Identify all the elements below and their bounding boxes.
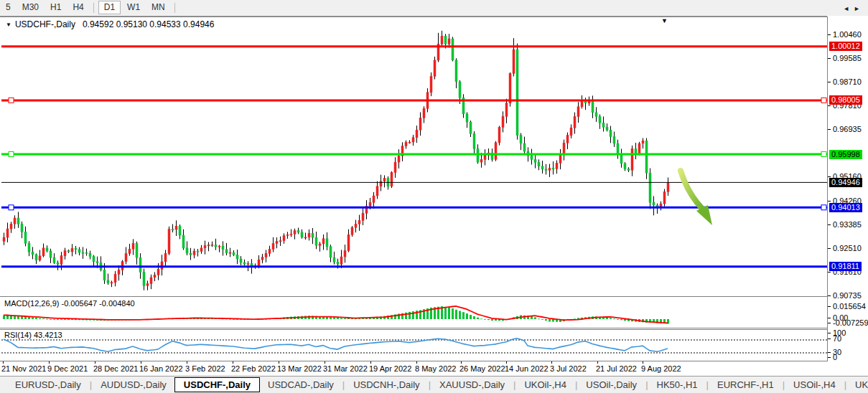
tab-usoil-h4[interactable]: USOil-,H4	[785, 378, 844, 392]
rsi-axis-label: 0	[833, 353, 837, 361]
tab-ukoil-h4[interactable]: UKOil-,H4	[516, 378, 574, 392]
tab-usoil-daily[interactable]: USOil-,Daily	[578, 378, 645, 392]
tab-hk50-h1[interactable]: HK50-,H1	[649, 378, 706, 392]
timeframe-button-h1[interactable]: H1	[45, 0, 66, 15]
price-axis-tick	[828, 295, 831, 296]
price-level-badge: 0.98005	[829, 95, 862, 105]
date-label: 8 May 2022	[415, 364, 456, 373]
rsi-label: RSI(14) 43.4213	[4, 331, 62, 339]
tab-audusd-daily[interactable]: AUDUSD-,Daily	[93, 378, 174, 392]
date-label: 19 Apr 2022	[369, 364, 411, 373]
date-label: 21 Nov 2021	[1, 364, 46, 373]
price-axis-tick	[828, 272, 831, 273]
date-tick	[49, 361, 50, 364]
tab-usdchf-daily[interactable]: USDCHF-,Daily	[174, 377, 260, 392]
timeframe-toolbar: 5M30H1H4D1W1MN	[0, 0, 868, 16]
date-tick	[95, 361, 95, 364]
chart-ohlc-values: 0.94592 0.95130 0.94533 0.94946	[83, 19, 215, 29]
price-axis-label: 0.96935	[833, 125, 862, 133]
timeframe-button-d1[interactable]: D1	[98, 1, 121, 14]
price-axis-tick	[828, 34, 831, 35]
date-tick	[597, 361, 598, 364]
toolbar-separator	[93, 3, 94, 13]
price-level-badge: 0.95998	[829, 150, 862, 159]
timeframe-button-m30[interactable]: M30	[17, 0, 44, 15]
date-label: 31 Mar 2022	[323, 364, 368, 373]
panel-separator	[0, 296, 868, 297]
macd-axis-tick	[828, 306, 831, 307]
mt4-application: { "toolbar": { "timeframes": ["5","M30",…	[0, 0, 868, 393]
price-axis-label: 0.93385	[833, 220, 862, 229]
rsi-axis-tick	[828, 357, 831, 358]
rsi-axis-label: 70	[833, 334, 841, 343]
tab-usdcad-daily[interactable]: USDCAD-,Daily	[260, 378, 342, 392]
date-tick	[279, 361, 279, 364]
price-axis-label: 0.98710	[833, 77, 862, 86]
price-axis-tick	[828, 129, 831, 130]
date-label: 26 May 2022	[459, 364, 505, 373]
date-tick	[551, 361, 552, 364]
price-level-badge: 0.94946	[829, 178, 862, 187]
price-level-badge: 0.94013	[829, 203, 862, 212]
tab-scroll-right-icon[interactable]: ►	[854, 5, 864, 12]
tab-scroll-left-icon[interactable]: ◄	[843, 5, 854, 12]
price-axis-label: 1.00460	[833, 30, 862, 39]
date-label: 13 Mar 2022	[277, 364, 322, 373]
price-axis-tick	[828, 224, 831, 225]
price-axis-tick	[828, 201, 831, 202]
date-tick	[187, 361, 187, 364]
date-label: 3 Jul 2022	[550, 364, 587, 373]
timeframe-button-mn[interactable]: MN	[146, 0, 170, 15]
macd-axis-label: -0.007259	[833, 318, 868, 327]
price-axis-tick	[828, 248, 831, 249]
axis-border	[827, 16, 828, 361]
date-tick	[3, 361, 4, 364]
chart-tab-bar: EURUSD-,Daily|AUDUSD-,DailyUSDCHF-,Daily…	[0, 376, 868, 393]
rsi-axis-tick	[828, 352, 831, 353]
date-tick	[643, 361, 643, 364]
rsi-indicator-panel[interactable]	[1, 330, 827, 361]
macd-axis-tick	[828, 323, 831, 323]
panel-separator	[0, 328, 868, 328]
price-axis-label: 0.99585	[833, 54, 862, 62]
price-chart-panel[interactable]	[1, 17, 827, 296]
tab-eurchf-h1[interactable]: EURCHF-,H1	[709, 378, 782, 392]
date-label: 16 Jan 2022	[139, 364, 183, 373]
date-label: 28 Dec 2021	[93, 364, 138, 373]
date-tick	[141, 361, 141, 364]
macd-axis-label: 0.015654	[833, 302, 866, 311]
date-label: 9 Aug 2022	[641, 364, 681, 373]
chart-dropdown-icon[interactable]: ▼	[6, 22, 11, 28]
date-label: 22 Feb 2022	[231, 364, 276, 373]
timeframe-button-w1[interactable]: W1	[122, 0, 145, 15]
trend-arrow[interactable]	[681, 171, 702, 209]
price-level-badge: 1.00012	[829, 42, 862, 51]
date-axis[interactable]: 21 Nov 20219 Dec 202128 Dec 202116 Jan 2…	[0, 361, 868, 376]
tab-xauusd-daily[interactable]: XAUUSD-,Daily	[431, 378, 513, 392]
date-tick	[416, 361, 417, 364]
toolbar-separator	[174, 3, 175, 13]
timeframe-button-5[interactable]: 5	[1, 0, 16, 15]
rsi-axis-tick	[828, 338, 831, 339]
price-axis-label: 0.92510	[833, 244, 862, 252]
timeframe-button-h4[interactable]: H4	[67, 0, 88, 15]
chart-shift-marker-icon[interactable]: ▼	[661, 17, 668, 24]
rsi-axis-tick	[828, 333, 831, 333]
date-label: 3 Feb 2022	[185, 364, 225, 373]
date-label: 21 Jul 2022	[596, 364, 637, 373]
macd-label: MACD(12,26,9) -0.005647 -0.004840	[4, 299, 135, 308]
tab-usdcnh-daily[interactable]: USDCNH-,Daily	[345, 378, 427, 392]
price-axis-label: 0.90735	[833, 291, 862, 300]
chart-symbol-label: USDCHF-,Daily	[15, 19, 75, 29]
price-axis[interactable]: 1.004600.995850.987100.978100.969350.951…	[827, 16, 868, 361]
price-level-badge: 0.91811	[829, 262, 862, 271]
date-tick	[461, 361, 462, 364]
date-tick	[506, 361, 507, 364]
tab-scroll-arrows[interactable]: ◄►	[843, 5, 864, 12]
tab-eurusd-daily[interactable]: EURUSD-,Daily	[7, 378, 89, 392]
price-axis-tick	[828, 105, 831, 106]
tab-ukoil-h4[interactable]: UKOil-,H4	[847, 378, 868, 392]
date-label: 9 Dec 2021	[47, 364, 88, 373]
date-tick	[233, 361, 233, 364]
macd-axis-tick	[828, 318, 831, 318]
